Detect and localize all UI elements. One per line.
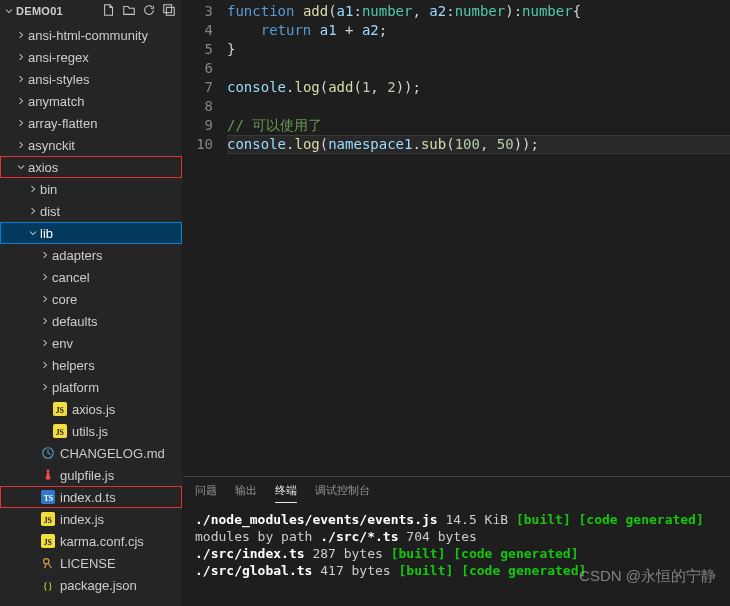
js-file-icon: JS [40,534,56,548]
js-file-icon: JS [52,402,68,416]
tree-file[interactable]: JSindex.js [0,508,182,530]
explorer-section-header[interactable]: DEMO01 [0,0,182,22]
lic-file-icon [40,556,56,570]
tree-item-label: axios.js [72,402,115,417]
svg-text:JS: JS [44,538,53,547]
tab-terminal[interactable]: 终端 [275,483,297,503]
svg-text:JS: JS [56,406,65,415]
tree-item-label: gulpfile.js [60,468,114,483]
tree-item-label: helpers [52,358,95,373]
terminal-output[interactable]: ./node_modules/events/events.js 14.5 KiB… [183,503,730,606]
tree-folder[interactable]: axios [0,156,182,178]
tree-folder[interactable]: ansi-regex [0,46,182,68]
tree-folder[interactable]: ansi-html-community [0,24,182,46]
tree-item-label: utils.js [72,424,108,439]
tree-folder[interactable]: ansi-styles [0,68,182,90]
editor[interactable]: 345678910 function add(a1:number, a2:num… [183,0,730,476]
chevron-right-icon [38,315,52,327]
tree-file[interactable]: JSaxios.js [0,398,182,420]
terminal-line: ./node_modules/events/events.js 14.5 KiB… [195,511,718,528]
sidebar: DEMO01 ansi-html-communityansi-regexansi… [0,0,183,606]
tree-folder[interactable]: dist [0,200,182,222]
line-number: 5 [183,40,213,59]
tree-folder[interactable]: defaults [0,310,182,332]
svg-text:{}: {} [43,580,53,591]
line-number: 4 [183,21,213,40]
tab-output[interactable]: 输出 [235,483,257,503]
refresh-icon[interactable] [142,3,156,19]
tree-file[interactable]: LICENSE [0,552,182,574]
tree-file[interactable]: gulpfile.js [0,464,182,486]
tree-item-label: core [52,292,77,307]
code-line[interactable]: function add(a1:number, a2:number):numbe… [227,2,730,21]
tree-item-label: array-flatten [28,116,97,131]
code-line[interactable]: console.log(add(1, 2)); [227,78,730,97]
tree-item-label: CHANGELOG.md [60,446,165,461]
tree-folder[interactable]: cancel [0,266,182,288]
chevron-right-icon [38,293,52,305]
md-file-icon [40,446,56,460]
code-line[interactable] [227,59,730,78]
svg-rect-1 [166,7,174,15]
json-file-icon: {} [40,578,56,592]
chevron-right-icon [38,271,52,283]
chevron-right-icon [38,249,52,261]
tree-item-label: index.d.ts [60,490,116,505]
js-file-icon: JS [52,424,68,438]
tree-folder[interactable]: env [0,332,182,354]
line-gutter: 345678910 [183,2,227,476]
tree-item-label: adapters [52,248,103,263]
tree-folder[interactable]: core [0,288,182,310]
code-line[interactable] [227,97,730,116]
tab-problems[interactable]: 问题 [195,483,217,503]
tree-item-label: package.json [60,578,137,593]
chevron-right-icon [38,359,52,371]
tree-folder[interactable]: platform [0,376,182,398]
code-line[interactable]: return a1 + a2; [227,21,730,40]
tree-item-label: ansi-html-community [28,28,148,43]
code-area[interactable]: function add(a1:number, a2:number):numbe… [227,2,730,476]
svg-rect-0 [164,5,172,13]
chevron-right-icon [26,205,40,217]
line-number: 3 [183,2,213,21]
tree-folder[interactable]: array-flatten [0,112,182,134]
terminal-line: ./src/global.ts 417 bytes [built] [code … [195,562,718,579]
tab-debug-console[interactable]: 调试控制台 [315,483,370,503]
chevron-right-icon [26,183,40,195]
ts-file-icon: TS [40,490,56,504]
new-folder-icon[interactable] [122,3,136,19]
code-line[interactable]: // 可以使用了 [227,116,730,135]
terminal-line: modules by path ./src/*.ts 704 bytes [195,528,718,545]
line-number: 9 [183,116,213,135]
tree-item-label: axios [28,160,58,175]
tree-file[interactable]: CHANGELOG.md [0,442,182,464]
code-line[interactable]: } [227,40,730,59]
line-number: 6 [183,59,213,78]
panel-tabs: 问题 输出 终端 调试控制台 [183,477,730,503]
tree-item-label: lib [40,226,53,241]
main: 345678910 function add(a1:number, a2:num… [183,0,730,606]
tree-folder[interactable]: adapters [0,244,182,266]
tree-file[interactable]: JSkarma.conf.cjs [0,530,182,552]
tree-file[interactable]: JSutils.js [0,420,182,442]
tree-folder[interactable]: helpers [0,354,182,376]
gulp-file-icon [40,468,56,482]
tree-folder[interactable]: anymatch [0,90,182,112]
tree-folder[interactable]: asynckit [0,134,182,156]
tree-item-label: env [52,336,73,351]
tree-folder[interactable]: lib [0,222,182,244]
explorer-title: DEMO01 [16,5,102,17]
tree-item-label: ansi-regex [28,50,89,65]
code-line[interactable]: console.log(namespace1.sub(100, 50)); [227,135,730,154]
bottom-panel: 问题 输出 终端 调试控制台 ./node_modules/events/eve… [183,476,730,606]
new-file-icon[interactable] [102,3,116,19]
chevron-right-icon [14,117,28,129]
tree-file[interactable]: TSindex.d.ts [0,486,182,508]
file-tree: ansi-html-communityansi-regexansi-styles… [0,22,182,606]
tree-folder[interactable]: bin [0,178,182,200]
collapse-all-icon[interactable] [162,3,176,19]
tree-item-label: dist [40,204,60,219]
js-file-icon: JS [40,512,56,526]
tree-file[interactable]: {}package.json [0,574,182,596]
tree-item-label: platform [52,380,99,395]
